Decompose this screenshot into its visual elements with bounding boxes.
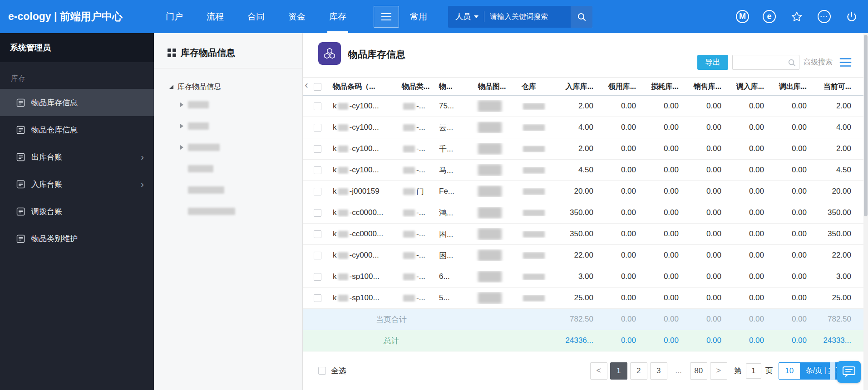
redacted-text <box>523 273 545 280</box>
barcode-prefix: k <box>333 123 337 132</box>
redacted-text <box>338 231 348 238</box>
scrollbar-thumb[interactable] <box>864 35 868 216</box>
barcode-suffix: -cy100... <box>350 123 379 132</box>
nav-item-contract[interactable]: 合同 <box>236 0 276 33</box>
barcode-cell: k-cy000... <box>326 251 398 260</box>
nav-item-inventory[interactable]: 库存 <box>317 0 358 33</box>
value-cell-stock_avail: 25.00 <box>814 293 858 302</box>
redacted-text <box>403 124 415 131</box>
sidebar-item-item-category-maintenance[interactable]: 物品类别维护 <box>0 225 154 252</box>
tree-root-node[interactable]: 库存物品信息 <box>169 79 302 94</box>
sidebar-item-inbound-ledger[interactable]: 入库台账› <box>0 171 154 198</box>
redacted-text <box>338 273 348 280</box>
sidebar-item-label: 出库台账 <box>31 152 62 162</box>
value-cell-stock_tin: 0.00 <box>729 144 771 153</box>
row-checkbox[interactable] <box>314 294 321 302</box>
advanced-search-link[interactable]: 高级搜索 <box>804 58 833 67</box>
value-cell-stock_loss: 0.00 <box>643 208 686 217</box>
page-total-value-stock_avail: 782.50 <box>814 315 858 324</box>
row-checkbox[interactable] <box>314 209 321 217</box>
nav-item-workflow[interactable]: 流程 <box>195 0 236 33</box>
inventory-table: 物品条码（...物品类...物...物品图...仓库入库库...领用库...损耗… <box>303 78 863 351</box>
tree-item[interactable] <box>169 136 302 158</box>
value-cell-stock_sale: 0.00 <box>686 272 729 281</box>
global-search-input[interactable] <box>484 13 571 21</box>
value-cell-stock_avail: 2.00 <box>814 102 858 111</box>
next-page-button[interactable]: > <box>710 362 727 380</box>
sidebar-item-transfer-ledger[interactable]: 调拨台账 <box>0 198 154 225</box>
value-cell-stock_loss: 0.00 <box>643 144 686 153</box>
row-checkbox[interactable] <box>314 252 321 259</box>
tree-item[interactable] <box>169 200 302 222</box>
app-logo: e-cology | 前端用户中心 <box>0 10 154 24</box>
barcode-suffix: -cy000... <box>350 251 379 260</box>
barcode-suffix: -cc0000... <box>350 208 384 217</box>
chat-button[interactable] <box>837 361 861 383</box>
page-button-1[interactable]: 1 <box>610 362 627 380</box>
name-cell: 75... <box>435 102 474 111</box>
ecology-logo-icon[interactable]: e <box>763 10 776 23</box>
table-footer: 全选 < 123...80 > 第 1 页 10 条/页 | 共79 <box>303 351 863 390</box>
export-button[interactable]: 导出 <box>697 55 728 70</box>
row-select-cell <box>308 188 326 195</box>
value-cell-stock_avail: 3.00 <box>814 272 858 281</box>
value-cell-stock_tout: 0.00 <box>771 187 814 196</box>
nav-item-funds[interactable]: 资金 <box>276 0 317 33</box>
row-select-cell <box>308 252 326 259</box>
select-all[interactable]: 全选 <box>318 366 346 376</box>
value-cell-stock_sale: 0.00 <box>686 187 729 196</box>
barcode-cell: k-cy100... <box>326 144 398 153</box>
more-icon[interactable]: ··· <box>818 10 831 23</box>
header-checkbox[interactable] <box>314 83 321 91</box>
page-button-2[interactable]: 2 <box>630 362 647 380</box>
prev-page-button[interactable]: < <box>590 362 607 380</box>
hamburger-icon <box>381 16 391 17</box>
search-category-dropdown[interactable]: 人员 <box>448 11 484 22</box>
page-button-80[interactable]: 80 <box>690 362 707 380</box>
barcode-cell: k-cy100... <box>326 123 398 132</box>
value-cell-stock_recv: 0.00 <box>601 123 643 132</box>
document-icon <box>16 234 25 243</box>
tree-item[interactable] <box>169 158 302 179</box>
row-checkbox[interactable] <box>314 166 321 174</box>
table-search-input[interactable] <box>733 58 788 66</box>
jump-page-input[interactable]: 1 <box>746 363 761 379</box>
barcode-prefix: k <box>333 166 337 175</box>
sidebar-item-item-warehouse-info[interactable]: 物品仓库信息 <box>0 116 154 143</box>
menu-toggle-button[interactable] <box>374 6 399 28</box>
name-cell: 5... <box>435 293 474 302</box>
tree-item[interactable] <box>169 179 302 200</box>
redacted-text <box>403 167 415 174</box>
sidebar-item-outbound-ledger[interactable]: 出库台账› <box>0 143 154 171</box>
list-view-icon[interactable] <box>839 57 852 68</box>
quick-menu-button[interactable]: 常用 <box>410 11 427 23</box>
image-cell <box>474 100 518 112</box>
chat-panel-tab <box>830 362 835 380</box>
tree-item[interactable] <box>169 115 302 136</box>
row-checkbox[interactable] <box>314 145 321 153</box>
select-all-checkbox[interactable] <box>318 367 326 375</box>
table-row: k-cc0000...-...困...350.000.000.000.000.0… <box>303 224 863 245</box>
name-cell: Fe... <box>435 187 474 196</box>
nav-item-portal[interactable]: 门户 <box>154 0 195 33</box>
row-checkbox[interactable] <box>314 273 321 281</box>
page-size-value[interactable]: 10 <box>779 363 800 379</box>
value-cell-stock_in: 3.00 <box>558 272 601 281</box>
collapse-panel-button[interactable]: ‹ <box>303 80 310 90</box>
row-checkbox[interactable] <box>314 230 321 238</box>
page-button-3[interactable]: 3 <box>650 362 667 380</box>
category-fragment: -... <box>416 208 425 217</box>
row-checkbox[interactable] <box>314 102 321 110</box>
vertical-scrollbar[interactable] <box>863 33 868 390</box>
m-badge-icon[interactable]: M <box>736 10 749 23</box>
row-checkbox[interactable] <box>314 188 321 195</box>
value-cell-stock_recv: 0.00 <box>601 144 643 153</box>
tree-item[interactable] <box>169 94 302 115</box>
search-button[interactable] <box>571 6 592 28</box>
favorites-icon[interactable] <box>789 10 804 24</box>
sidebar-item-item-stock-info[interactable]: 物品库存信息 <box>0 89 154 116</box>
table-search-button[interactable] <box>788 58 799 67</box>
logout-icon[interactable] <box>844 10 859 24</box>
column-header-check <box>308 83 326 91</box>
row-checkbox[interactable] <box>314 124 321 132</box>
